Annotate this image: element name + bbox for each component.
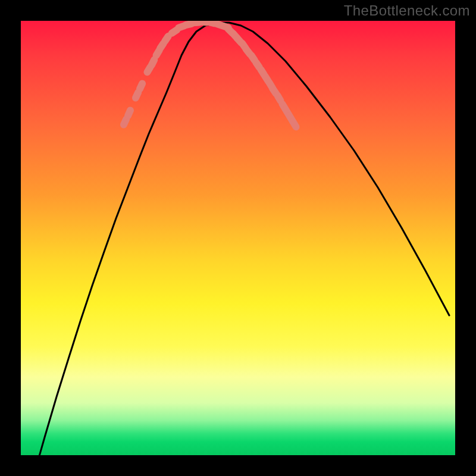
chart-frame: TheBottleneck.com: [0, 0, 476, 476]
plot-area: [21, 21, 455, 455]
chart-svg: [21, 21, 455, 455]
watermark-text: TheBottleneck.com: [344, 2, 470, 19]
bottleneck-curve: [33, 23, 449, 455]
